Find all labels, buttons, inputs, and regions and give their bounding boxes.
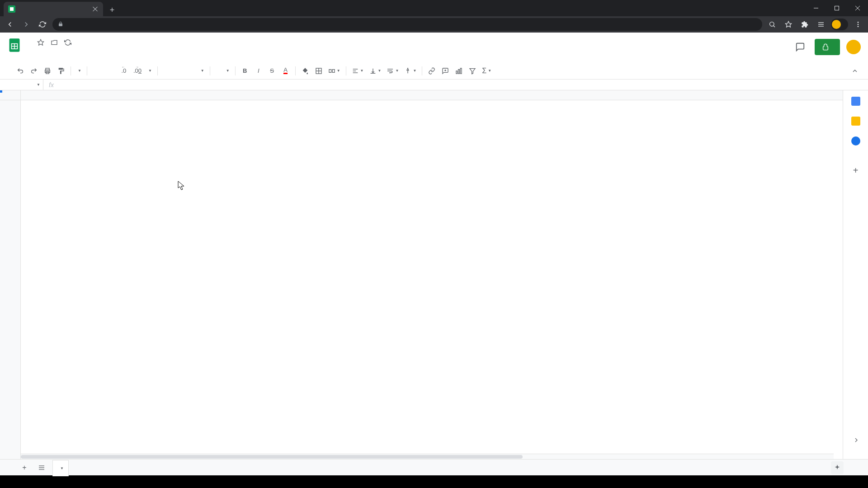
insert-chart-button[interactable] — [453, 65, 465, 77]
new-tab-button[interactable]: + — [106, 4, 118, 16]
reload-button[interactable] — [36, 18, 49, 31]
sheets-logo[interactable] — [5, 36, 24, 54]
formula-bar[interactable] — [59, 80, 868, 90]
menu-view[interactable] — [42, 53, 49, 56]
back-button[interactable] — [4, 18, 16, 31]
svg-line-5 — [774, 26, 775, 27]
sheet-tab[interactable]: ▼ — [52, 460, 69, 476]
close-window-button[interactable] — [847, 0, 868, 16]
print-button[interactable] — [42, 65, 53, 77]
menu-data[interactable] — [64, 53, 71, 56]
vertical-align-button[interactable]: ▼ — [368, 67, 383, 75]
reading-list-icon[interactable] — [815, 18, 827, 31]
keep-addon-icon[interactable] — [851, 117, 860, 126]
side-panel-rail: + — [843, 90, 868, 459]
cloud-status-icon[interactable] — [63, 38, 72, 47]
add-sheet-button[interactable]: + — [18, 461, 31, 474]
bookmark-icon[interactable] — [782, 18, 795, 31]
text-wrap-button[interactable]: ▼ — [385, 67, 401, 75]
insert-link-button[interactable] — [426, 65, 438, 77]
share-button[interactable] — [815, 39, 840, 55]
horizontal-scrollbar[interactable] — [0, 454, 834, 459]
menu-tools[interactable] — [71, 53, 78, 56]
filter-button[interactable] — [467, 65, 478, 77]
decrease-decimal-button[interactable]: .0← — [118, 65, 130, 77]
italic-button[interactable]: I — [253, 65, 264, 77]
select-all-corner[interactable] — [0, 90, 21, 100]
menu-file[interactable] — [28, 53, 34, 56]
calendar-addon-icon[interactable] — [851, 97, 860, 106]
font-size-select[interactable]: ▼ — [214, 69, 231, 73]
all-sheets-button[interactable] — [35, 461, 48, 474]
svg-point-12 — [858, 26, 859, 27]
move-icon[interactable] — [50, 38, 59, 47]
horizontal-align-button[interactable]: ▼ — [350, 67, 366, 75]
add-addon-button[interactable]: + — [853, 165, 859, 176]
star-icon[interactable] — [36, 38, 45, 47]
collapse-toolbar-button[interactable] — [849, 65, 861, 77]
font-select[interactable]: ▼ — [161, 69, 206, 73]
svg-point-11 — [858, 24, 859, 25]
increase-decimal-button[interactable]: .00→ — [132, 65, 143, 77]
side-panel-toggle[interactable] — [853, 436, 860, 446]
paint-format-button[interactable] — [55, 65, 67, 77]
menu-edit[interactable] — [35, 53, 42, 56]
svg-rect-1 — [835, 6, 839, 10]
svg-marker-17 — [38, 39, 43, 45]
close-tab-icon[interactable] — [92, 6, 99, 12]
merge-button[interactable]: ▼ — [326, 67, 342, 75]
menu-insert[interactable] — [50, 53, 56, 56]
profile-chip[interactable] — [831, 19, 848, 30]
undo-button[interactable] — [14, 65, 26, 77]
avatar-icon — [832, 20, 841, 29]
bold-button[interactable]: B — [239, 65, 251, 77]
insert-comment-button[interactable] — [439, 65, 451, 77]
tasks-addon-icon[interactable] — [851, 136, 860, 145]
svg-marker-6 — [785, 21, 791, 27]
windows-taskbar — [0, 475, 868, 488]
borders-button[interactable] — [313, 65, 325, 77]
svg-rect-37 — [461, 68, 462, 74]
sheets-favicon — [8, 5, 15, 13]
maximize-button[interactable] — [826, 0, 847, 16]
svg-point-4 — [770, 22, 774, 26]
comments-button[interactable] — [792, 39, 808, 55]
minimize-button[interactable] — [806, 0, 826, 16]
menu-format[interactable] — [57, 53, 63, 56]
number-format-select[interactable]: ▼ — [145, 69, 154, 73]
name-box[interactable]: ▼ — [0, 83, 43, 87]
explore-button[interactable] — [831, 461, 844, 474]
menu-help[interactable] — [86, 53, 92, 56]
toolbar: ▼ .0← .00→ ▼ ▼ ▼ B I S A ▼ ▼ ▼ ▼ ▼ Σ▼ — [0, 62, 868, 80]
text-rotation-button[interactable]: ▼ — [402, 67, 418, 75]
fill-color-button[interactable] — [299, 65, 311, 77]
browser-tab[interactable] — [4, 2, 103, 16]
strikethrough-button[interactable]: S — [266, 65, 278, 77]
account-avatar[interactable] — [846, 40, 861, 54]
forward-button[interactable] — [20, 18, 33, 31]
address-bar[interactable] — [52, 18, 762, 31]
menu-addons[interactable] — [79, 53, 85, 56]
zoom-indicator-icon[interactable] — [766, 18, 778, 31]
svg-rect-36 — [458, 69, 460, 73]
functions-button[interactable]: Σ▼ — [480, 67, 493, 75]
svg-marker-38 — [470, 68, 475, 74]
currency-button[interactable] — [91, 65, 103, 77]
svg-rect-25 — [332, 69, 335, 72]
svg-point-10 — [858, 22, 859, 23]
browser-menu-icon[interactable] — [852, 18, 864, 31]
document-title[interactable] — [28, 42, 32, 43]
svg-rect-35 — [456, 71, 458, 74]
lock-icon — [58, 21, 63, 28]
extensions-icon[interactable] — [798, 18, 811, 31]
spreadsheet-grid[interactable] — [0, 90, 843, 459]
percent-button[interactable] — [104, 65, 116, 77]
svg-rect-24 — [329, 69, 331, 72]
fx-icon: fx — [43, 80, 59, 90]
text-color-button[interactable]: A — [280, 65, 292, 77]
redo-button[interactable] — [28, 65, 40, 77]
zoom-select[interactable]: ▼ — [75, 69, 83, 73]
